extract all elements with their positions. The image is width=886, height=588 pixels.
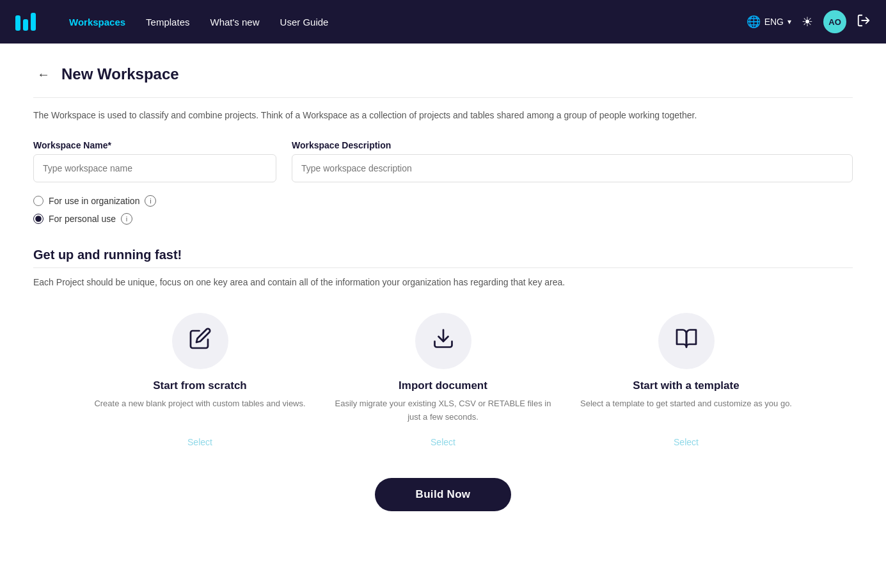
- card-import[interactable]: Import document Easily migrate your exis…: [335, 313, 552, 447]
- radio-org-label: For use in organization: [49, 196, 139, 206]
- globe-icon: 🌐: [747, 15, 761, 29]
- logo-bar-2: [23, 19, 28, 31]
- card-template-select[interactable]: Select: [674, 437, 699, 447]
- card-scratch-title: Start from scratch: [153, 379, 246, 392]
- org-info-icon[interactable]: i: [145, 195, 156, 207]
- personal-info-icon[interactable]: i: [121, 213, 132, 225]
- card-template-title: Start with a template: [633, 379, 739, 392]
- build-now-button[interactable]: Build Now: [375, 478, 512, 511]
- avatar[interactable]: AO: [823, 10, 846, 33]
- section-description: Each Project should be unique, focus on …: [33, 277, 853, 287]
- page-title: New Workspace: [61, 65, 179, 83]
- section-divider: [33, 267, 853, 268]
- radio-org-option[interactable]: For use in organization i: [33, 195, 853, 207]
- workspace-desc-group: Workspace Description: [292, 140, 853, 182]
- back-button[interactable]: ←: [33, 64, 54, 84]
- book-icon: [675, 327, 698, 355]
- nav-links: Workspaces Templates What's new User Gui…: [61, 13, 726, 31]
- logo[interactable]: [15, 13, 36, 31]
- card-import-icon-wrap: [415, 313, 471, 369]
- card-scratch-desc: Create a new blank project with custom t…: [94, 397, 305, 411]
- logo-icon: [15, 13, 36, 31]
- card-template-desc: Select a template to get started and cus…: [580, 397, 792, 411]
- radio-group: For use in organization i For personal u…: [33, 195, 853, 225]
- card-scratch[interactable]: Start from scratch Create a new blank pr…: [91, 313, 309, 447]
- navbar-right: 🌐 ENG ▾ ☀ AO: [747, 10, 871, 33]
- logo-bar-1: [15, 15, 20, 31]
- page-header: ← New Workspace: [33, 64, 853, 84]
- card-template[interactable]: Start with a template Select a template …: [578, 313, 795, 447]
- workspace-name-group: Workspace Name*: [33, 140, 276, 182]
- card-scratch-icon-wrap: [172, 313, 228, 369]
- nav-templates[interactable]: Templates: [138, 13, 197, 31]
- card-import-desc: Easily migrate your existing XLS, CSV or…: [335, 397, 552, 424]
- radio-personal-label: For personal use: [49, 214, 116, 224]
- page-description: The Workspace is used to classify and co…: [33, 97, 853, 122]
- workspace-desc-input[interactable]: [292, 154, 853, 182]
- workspace-name-label: Workspace Name*: [33, 140, 276, 150]
- card-import-select[interactable]: Select: [431, 437, 455, 447]
- section-title: Get up and running fast!: [33, 248, 853, 262]
- card-template-icon-wrap: [658, 313, 715, 369]
- workspace-desc-label: Workspace Description: [292, 140, 853, 150]
- cards-row: Start from scratch Create a new blank pr…: [33, 313, 853, 447]
- logo-bar-3: [31, 13, 36, 31]
- settings-icon[interactable]: ☀: [802, 14, 813, 29]
- lang-label: ENG: [764, 17, 784, 27]
- card-scratch-select[interactable]: Select: [187, 437, 212, 447]
- lang-selector[interactable]: 🌐 ENG ▾: [747, 15, 791, 29]
- radio-org-input[interactable]: [33, 196, 44, 206]
- btn-container: Build Now: [33, 478, 853, 511]
- card-import-title: Import document: [399, 379, 487, 392]
- form-row: Workspace Name* Workspace Description: [33, 140, 853, 182]
- navbar: Workspaces Templates What's new User Gui…: [0, 0, 886, 44]
- main-content: ← New Workspace The Workspace is used to…: [0, 44, 886, 588]
- radio-personal-option[interactable]: For personal use i: [33, 213, 853, 225]
- nav-user-guide[interactable]: User Guide: [273, 13, 336, 31]
- chevron-down-icon: ▾: [787, 17, 791, 26]
- nav-workspaces[interactable]: Workspaces: [61, 13, 133, 31]
- logout-icon[interactable]: [857, 13, 871, 31]
- nav-whats-new[interactable]: What's new: [202, 13, 267, 31]
- radio-personal-input[interactable]: [33, 214, 44, 224]
- download-icon: [432, 327, 455, 355]
- workspace-name-input[interactable]: [33, 154, 276, 182]
- pencil-icon: [189, 327, 212, 355]
